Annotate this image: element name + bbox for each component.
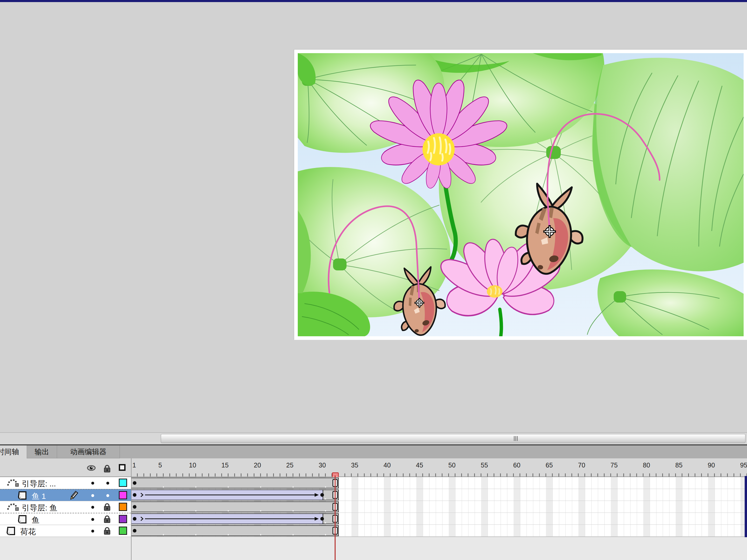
visibility-dot[interactable]: [91, 518, 94, 521]
layer-row-lotus[interactable]: 荷花: [0, 525, 131, 537]
ruler-tick: [318, 473, 319, 477]
editing-pencil-icon: [68, 490, 79, 501]
ruler-tick: [286, 473, 287, 477]
timeline-header: 15101520253035404550556065707580859095: [0, 458, 747, 477]
ruler-tick: [422, 473, 423, 477]
ruler-frame-number: 10: [189, 461, 196, 469]
show-layers-as-outlines-icon[interactable]: [119, 464, 126, 471]
ruler-frame-number: 55: [481, 461, 488, 469]
ruler-tick: [578, 473, 579, 477]
ruler-tick: [267, 473, 267, 477]
layer-page-icon: [6, 526, 16, 536]
ruler-frame-number: 65: [546, 461, 553, 469]
layer-outline-color-swatch[interactable]: [119, 527, 127, 535]
lock-dot[interactable]: [106, 482, 109, 484]
ruler-tick: [688, 473, 689, 477]
ruler-tick: [500, 473, 501, 477]
ruler-tick: [494, 473, 494, 477]
lock-dot[interactable]: [106, 494, 109, 497]
show-hide-all-layers-eye-icon[interactable]: [87, 464, 96, 471]
ruler-tick: [189, 473, 189, 477]
ruler-frame-number: 50: [448, 461, 456, 469]
scrollbar-thumb[interactable]: [161, 434, 745, 443]
timeline-ruler[interactable]: 15101520253035404550556065707580859095: [131, 458, 747, 477]
tab-motion-editor[interactable]: 动画编辑器: [57, 446, 120, 458]
tab-output[interactable]: 输出: [27, 446, 57, 458]
tab-timeline[interactable]: 时间轴: [0, 446, 27, 458]
ruler-frame-number: 95: [740, 461, 747, 469]
layer-locked-icon[interactable]: [103, 527, 111, 535]
stage-horizontal-scrollbar[interactable]: [0, 432, 747, 445]
ruler-tick: [552, 473, 553, 477]
ruler-tick: [533, 473, 533, 477]
visibility-dot[interactable]: [91, 506, 94, 509]
stage-canvas[interactable]: [294, 49, 747, 340]
layer-frames-divider[interactable]: [131, 458, 131, 560]
layer-name: 荷花: [20, 527, 36, 537]
ruler-tick: [649, 473, 650, 477]
ruler-frame-number: 35: [351, 461, 358, 469]
ruler-tick: [559, 473, 559, 477]
ruler-tick: [357, 473, 358, 477]
timeline-panel: 时间轴 输出 动画编辑器 151015202530354045505560657…: [0, 446, 747, 560]
ruler-frame-number: 60: [513, 461, 520, 469]
ruler-frame-number: 1: [132, 461, 136, 469]
frame-span-fish1-tween[interactable]: [131, 489, 339, 500]
ruler-tick: [604, 473, 604, 477]
layer-row-fish[interactable]: 鱼: [0, 513, 131, 525]
ruler-tick: [383, 473, 384, 477]
ruler-tick: [481, 473, 482, 477]
layer-outline-color-swatch[interactable]: [119, 491, 127, 499]
frame-span-guide2[interactable]: [131, 501, 339, 512]
layer-row-fish1[interactable]: 鱼 1: [0, 489, 131, 501]
lock-unlock-all-layers-icon[interactable]: [103, 464, 111, 473]
ruler-tick: [455, 473, 456, 477]
ruler-frame-number: 75: [611, 461, 618, 469]
layer-row-guide-1[interactable]: 引导层: ...: [0, 477, 131, 489]
layer-name: 鱼 1: [32, 491, 46, 502]
layer-row-guide-fish[interactable]: 引导层: 鱼: [0, 501, 131, 513]
ruler-frame-number: 30: [319, 461, 326, 469]
layer-outline-color-swatch[interactable]: [119, 479, 127, 487]
timeline-empty-area: [0, 537, 747, 560]
ruler-tick: [247, 473, 248, 477]
frame-span-fish-tween[interactable]: [131, 513, 339, 524]
ruler-tick: [260, 473, 261, 477]
ruler-frame-number: 25: [286, 461, 293, 469]
ruler-tick: [733, 473, 734, 477]
tab-label: 时间轴: [0, 447, 19, 457]
ruler-tick: [182, 473, 183, 477]
tab-label: 输出: [35, 447, 49, 457]
ruler-tick: [526, 473, 527, 477]
ruler-tick: [662, 473, 663, 477]
layer-outline-color-swatch[interactable]: [119, 515, 127, 523]
playhead-line[interactable]: [335, 476, 336, 560]
ruler-tick: [254, 473, 254, 477]
visibility-dot[interactable]: [91, 530, 94, 533]
ruler-tick: [306, 473, 306, 477]
ruler-tick: [403, 473, 404, 477]
layer-locked-icon[interactable]: [103, 503, 111, 511]
visibility-dot[interactable]: [91, 494, 94, 497]
frame-span-guide1[interactable]: [131, 478, 339, 488]
layer-outline-color-swatch[interactable]: [119, 503, 127, 511]
layer-locked-icon[interactable]: [103, 515, 111, 524]
window-top-edge: [0, 0, 747, 2]
ruler-tick: [519, 473, 520, 477]
ruler-tick: [409, 473, 410, 477]
frame-span-lotus[interactable]: [131, 525, 339, 536]
ruler-tick: [571, 473, 572, 477]
ruler-tick: [442, 473, 442, 477]
ruler-tick: [364, 473, 365, 477]
visibility-dot[interactable]: [91, 482, 94, 484]
ruler-tick: [429, 473, 430, 477]
ruler-tick: [221, 473, 222, 477]
layer-rows: 引导层: ... 鱼 1: [0, 477, 747, 537]
ruler-tick: [202, 473, 203, 477]
ruler-tick: [176, 473, 177, 477]
ruler-tick: [234, 473, 235, 477]
ruler-tick: [513, 473, 514, 477]
ruler-tick: [597, 473, 598, 477]
layer-name: 引导层: 鱼: [22, 503, 57, 513]
ruler-tick: [487, 473, 488, 477]
